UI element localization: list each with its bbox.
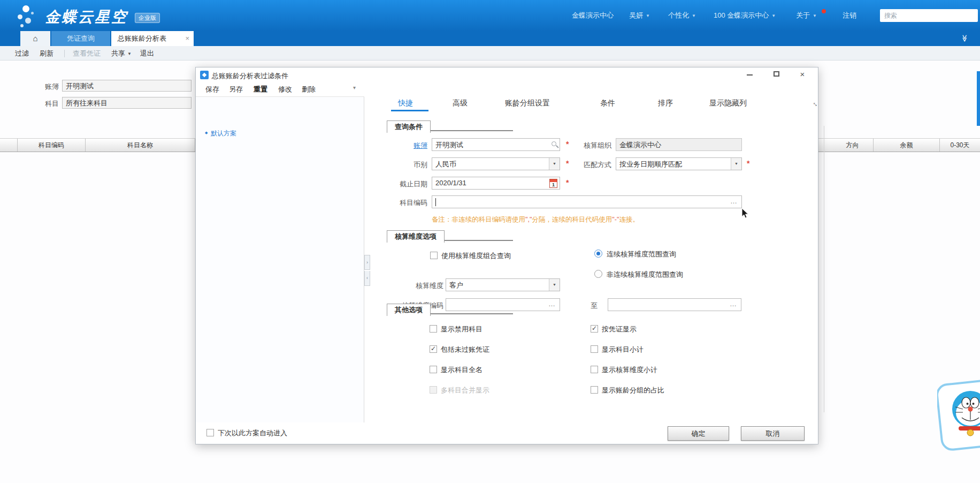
default-scheme-item[interactable]: 默认方案 xyxy=(211,129,236,138)
org-center-link[interactable]: 金蝶演示中心 xyxy=(572,11,614,20)
required-asterisk: * xyxy=(747,159,749,168)
scheme-modify-button[interactable]: 修改 xyxy=(278,85,292,94)
acct-code-input[interactable]: … xyxy=(432,195,742,208)
radio-non-continuous-range[interactable] xyxy=(594,270,602,278)
required-asterisk: * xyxy=(566,159,569,168)
dlg-tab-quick[interactable]: 快捷 xyxy=(398,99,413,108)
section-query-conditions: 查询条件 xyxy=(387,120,431,133)
book-input[interactable]: 开明测试 xyxy=(432,138,560,151)
expand-dialog-icon[interactable]: ↔ xyxy=(811,99,822,109)
chevron-down-icon[interactable]: ▼ xyxy=(549,279,560,291)
ellipsis-lookup-icon[interactable]: … xyxy=(548,300,555,308)
grid-pane-divider xyxy=(824,126,824,412)
column-header-acct-code[interactable]: 科目编码 xyxy=(18,139,86,152)
org-field-label: 核算组织 xyxy=(579,141,611,150)
scheme-save-as-button[interactable]: 另存 xyxy=(229,85,243,94)
maximize-button[interactable] xyxy=(772,70,781,79)
tab-home[interactable]: ⌂ xyxy=(20,31,50,46)
account-set-menu[interactable]: 100 金蝶演示中心▼ xyxy=(714,11,776,20)
close-tab-icon[interactable]: × xyxy=(185,31,189,46)
tab-aging-report[interactable]: 总账账龄分析表 × xyxy=(111,31,194,46)
book-field-label-link[interactable]: 账簿 xyxy=(396,141,427,150)
close-button[interactable]: × xyxy=(798,70,807,79)
logout-link[interactable]: 注销 xyxy=(843,11,856,20)
column-header-aging-0-30[interactable]: 0-30天 xyxy=(940,139,980,152)
checkbox-auto-enter-scheme[interactable] xyxy=(206,429,214,436)
scheme-save-button[interactable]: 保存 xyxy=(205,85,219,94)
personalize-menu[interactable]: 个性化▼ xyxy=(668,11,696,20)
home-icon: ⌂ xyxy=(33,34,37,43)
auto-enter-label: 下次以此方案自动进入 xyxy=(218,428,287,438)
end-date-input[interactable]: 2020/1/31 1 xyxy=(432,177,560,190)
row-selector-header xyxy=(0,139,18,152)
scheme-reset-button[interactable]: 重置 xyxy=(254,85,267,94)
minimize-button[interactable] xyxy=(746,70,754,79)
ok-button[interactable]: 确定 xyxy=(668,426,729,441)
assistant-mascot-widget[interactable] xyxy=(937,379,980,453)
splitter-expand-button[interactable]: › xyxy=(364,255,370,270)
dialog-app-icon xyxy=(200,71,209,79)
dimension-select[interactable]: 客户 ▼ xyxy=(446,278,560,291)
cancel-button[interactable]: 取消 xyxy=(741,426,805,441)
checkbox-show-acct-subtotal[interactable] xyxy=(591,345,598,353)
checkbox-merge-multi-accts[interactable] xyxy=(430,386,437,394)
checkbox-show-full-acct-name[interactable] xyxy=(430,366,437,373)
checkbox-dim-combo-query[interactable] xyxy=(430,252,438,259)
user-menu[interactable]: 吴妍▼ xyxy=(629,11,650,20)
view-voucher-button[interactable]: 查看凭证 xyxy=(73,49,101,58)
tab-voucher-query[interactable]: 凭证查询 xyxy=(51,31,110,46)
dlg-tab-aging-group[interactable]: 账龄分组设置 xyxy=(505,99,550,108)
book-label: 账簿 xyxy=(21,82,59,92)
dlg-tab-advanced[interactable]: 高级 xyxy=(453,99,468,108)
search-icon[interactable] xyxy=(552,141,556,146)
subject-label: 科目 xyxy=(21,99,59,109)
about-menu[interactable]: 关于▼ xyxy=(796,11,817,20)
ellipsis-lookup-icon[interactable]: … xyxy=(730,197,737,205)
match-select[interactable]: 按业务日期顺序匹配 ▼ xyxy=(616,157,742,170)
checkbox-show-by-voucher[interactable] xyxy=(591,325,598,333)
splitter-collapse-button[interactable]: ‹ xyxy=(364,271,370,286)
ellipsis-lookup-icon[interactable]: … xyxy=(730,300,737,308)
document-tab-bar: ⌂ 凭证查询 总账账龄分析表 × xyxy=(0,31,980,46)
chevron-down-icon: ▼ xyxy=(127,51,132,56)
dlg-tab-show-hide-cols[interactable]: 显示隐藏列 xyxy=(709,99,747,108)
dlg-tab-condition[interactable]: 条件 xyxy=(600,99,615,108)
dim-combo-query-label: 使用核算维度组合查询 xyxy=(441,251,511,261)
top-header-bar: 金蝶云星空 企业版 金蝶演示中心 吴妍▼ 个性化▼ 100 金蝶演示中心▼ 关于… xyxy=(0,0,980,31)
dim-code-from-input[interactable]: … xyxy=(446,298,560,311)
column-header-direction[interactable]: 方向 xyxy=(832,139,874,152)
dlg-tab-sort[interactable]: 排序 xyxy=(658,99,673,108)
checkbox-show-disabled-accts[interactable] xyxy=(430,325,437,333)
acct-code-field-label: 科目编码 xyxy=(390,198,427,208)
exit-button[interactable]: 退出 xyxy=(140,49,154,58)
scheme-toolbar-collapse-icon[interactable]: ▾ xyxy=(353,85,356,90)
scheme-delete-button[interactable]: 删除 xyxy=(302,85,316,94)
refresh-button[interactable]: 刷新 xyxy=(40,49,53,58)
scheme-bullet-icon: ◆ xyxy=(205,131,208,135)
notification-dot xyxy=(822,9,826,13)
tab-overflow-icon[interactable]: ≫ xyxy=(961,35,969,41)
chevron-down-icon[interactable]: ▼ xyxy=(731,158,741,170)
book-value-field[interactable]: 开明测试 xyxy=(62,80,192,92)
report-toolbar: 过滤 刷新 查看凭证 共享▼ 退出 xyxy=(0,46,980,61)
app-window: 金蝶云星空 企业版 金蝶演示中心 吴妍▼ 个性化▼ 100 金蝶演示中心▼ 关于… xyxy=(0,0,980,483)
required-asterisk: * xyxy=(566,140,569,148)
dim-code-to-input[interactable]: … xyxy=(608,298,741,311)
filter-button[interactable]: 过滤 xyxy=(15,49,29,58)
calendar-icon[interactable]: 1 xyxy=(549,179,557,188)
global-search-input[interactable] xyxy=(880,9,978,22)
radio-continuous-range[interactable] xyxy=(594,250,602,258)
active-tab-underline xyxy=(391,110,428,111)
continuous-range-label: 连续核算维度范围查询 xyxy=(607,250,676,259)
subject-value-field[interactable]: 所有往来科目 xyxy=(62,97,192,109)
right-scroll-strip[interactable] xyxy=(977,71,980,126)
chevron-down-icon[interactable]: ▼ xyxy=(549,158,560,170)
column-header-balance[interactable]: 余额 xyxy=(874,139,940,152)
currency-select[interactable]: 人民币 ▼ xyxy=(432,157,560,170)
checkbox-include-unposted[interactable] xyxy=(430,345,437,353)
checkbox-show-dim-subtotal[interactable] xyxy=(591,366,598,373)
checkbox-show-aging-ratio[interactable] xyxy=(591,386,598,394)
share-menu-button[interactable]: 共享▼ xyxy=(111,49,132,58)
scheme-list: ◆ 默认方案 xyxy=(196,97,364,422)
column-header-acct-name[interactable]: 科目名称 xyxy=(86,139,195,152)
